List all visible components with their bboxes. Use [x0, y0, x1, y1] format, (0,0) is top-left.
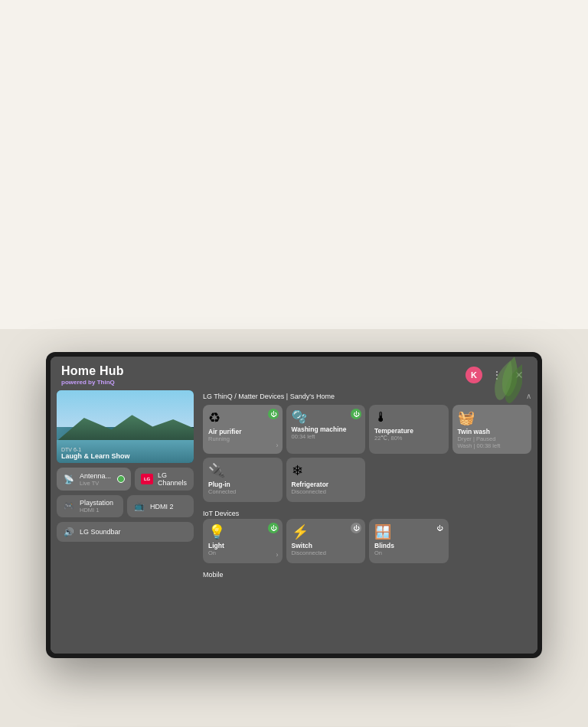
lg-logo: LG: [141, 474, 153, 484]
hub-controls: K ⋮ ✕: [466, 367, 527, 383]
left-panel: DTV 6-1 Laugh & Learn Show 📡 Antenna... …: [51, 390, 200, 650]
air-purifier-name: Air purifier: [208, 428, 277, 435]
plug-in-name: Plug-in: [208, 481, 277, 488]
mobile-section-title: Mobile: [203, 571, 224, 579]
antenna-icon: 📡: [63, 473, 75, 485]
hub-header: Home Hub powered by ThinQ K ⋮ ✕: [51, 357, 537, 390]
soundbar-text: LG Soundbar: [80, 528, 121, 536]
playstation-text: Playstation HDMI 1: [80, 499, 113, 513]
thinq-section-title: LG ThinQ / Matter Devices | Sandy's Home: [203, 393, 335, 400]
refrigerator-icon: ❄: [292, 462, 361, 479]
tv-preview[interactable]: DTV 6-1 Laugh & Learn Show: [57, 390, 194, 463]
lg-channels-icon: LG: [141, 473, 153, 485]
antenna-text: Antenna... Live TV: [80, 472, 111, 487]
more-options-button[interactable]: ⋮: [488, 367, 505, 383]
switch-icon: ⚡: [292, 523, 361, 540]
mobile-section-header: Mobile: [203, 569, 531, 580]
refrigerator-status: Disconnected: [292, 488, 361, 495]
wall-top: [0, 0, 588, 329]
washing-machine-icon: 🫧: [292, 409, 361, 424]
iot-section-title: IoT Devices: [203, 510, 239, 517]
source-hdmi2[interactable]: 📺 HDMI 2: [127, 495, 194, 517]
device-twin-wash[interactable]: 🧺 Twin wash Dryer | Paused Wash | 00:38 …: [452, 405, 532, 454]
source-playstation[interactable]: 🎮 Playstation HDMI 1: [57, 495, 123, 517]
air-purifier-arrow: ›: [276, 442, 279, 449]
device-temperature[interactable]: 🌡 Temperature 22℃, 80%: [369, 405, 449, 454]
device-refrigerator[interactable]: ❄ Refrigerator Disconnected: [286, 458, 366, 502]
hdmi2-name: HDMI 2: [150, 503, 174, 510]
lg-channels-text: LG Channels: [158, 471, 188, 487]
hdmi2-text: HDMI 2: [150, 503, 174, 510]
close-button[interactable]: ✕: [511, 367, 527, 383]
plug-in-status: Connected: [208, 488, 277, 495]
tv-frame: Home Hub powered by ThinQ K ⋮ ✕: [46, 352, 542, 658]
hub-title: Home Hub: [61, 364, 124, 378]
blinds-status: On: [374, 549, 443, 556]
subtitle-brand: ThinQ: [97, 379, 115, 386]
playstation-icon: 🎮: [63, 500, 75, 513]
temperature-status: 22℃, 80%: [374, 435, 443, 442]
light-icon: 💡: [208, 523, 277, 540]
user-avatar[interactable]: K: [466, 367, 482, 383]
temperature-name: Temperature: [374, 427, 443, 435]
air-purifier-power[interactable]: ⏻: [268, 409, 279, 419]
refrigerator-name: Refrigerator: [292, 481, 361, 488]
light-status: On: [208, 549, 277, 556]
playstation-sub: HDMI 1: [80, 507, 113, 513]
right-panel: LG ThinQ / Matter Devices | Sandy's Home…: [200, 390, 537, 650]
blinds-power[interactable]: ⏻: [434, 523, 445, 533]
device-air-purifier[interactable]: ⏻ ♻ Air purifier Running ›: [203, 405, 283, 454]
iot-section: IoT Devices ⏻ 💡 Light On ›: [203, 508, 531, 563]
mobile-section: Mobile: [203, 569, 531, 580]
source-lg-soundbar[interactable]: 🔊 LG Soundbar: [57, 522, 194, 542]
light-power[interactable]: ⏻: [268, 523, 279, 533]
antenna-active-badge: [117, 475, 125, 483]
antenna-name: Antenna...: [80, 472, 111, 480]
hub-subtitle: powered by ThinQ: [61, 379, 124, 386]
soundbar-name: LG Soundbar: [80, 528, 121, 536]
subtitle-prefix: powered by: [61, 379, 95, 386]
hub-title-area: Home Hub powered by ThinQ: [61, 364, 124, 386]
washing-machine-name: Washing machine: [292, 425, 361, 433]
light-name: Light: [208, 542, 277, 549]
blinds-icon: 🪟: [374, 523, 443, 540]
device-washing-machine[interactable]: ⏻ 🫧 Washing machine 00:34 left: [286, 405, 366, 454]
lg-channels-name: LG Channels: [158, 471, 188, 487]
source-lg-channels[interactable]: LG LG Channels: [135, 468, 194, 491]
tv-preview-label: DTV 6-1 Laugh & Learn Show: [61, 447, 130, 460]
plug-in-icon: 🔌: [208, 462, 277, 479]
switch-name: Switch: [292, 542, 361, 549]
twin-wash-status2: Wash | 00:38 left: [458, 442, 527, 449]
device-light[interactable]: ⏻ 💡 Light On ›: [203, 519, 283, 563]
playstation-name: Playstation: [80, 499, 113, 507]
tv-channel: DTV 6-1: [61, 447, 130, 452]
air-purifier-status: Running: [208, 435, 277, 442]
iot-device-grid: ⏻ 💡 Light On › ⏻ ⚡ Switch: [203, 519, 531, 563]
device-blinds[interactable]: ⏻ 🪟 Blinds On: [369, 519, 449, 563]
air-purifier-icon: ♻: [208, 409, 277, 426]
soundbar-icon: 🔊: [63, 526, 75, 538]
antenna-sub: Live TV: [80, 480, 111, 487]
temperature-icon: 🌡: [374, 409, 443, 425]
top-sources-row: 📡 Antenna... Live TV LG: [57, 468, 194, 491]
thinq-device-grid: ⏻ ♻ Air purifier Running › ⏻ 🫧 Washing m…: [203, 405, 531, 502]
blinds-name: Blinds: [374, 542, 443, 549]
thinq-collapse-icon[interactable]: ∧: [526, 392, 531, 400]
twin-wash-name: Twin wash: [458, 428, 527, 435]
washing-machine-status: 00:34 left: [292, 433, 361, 440]
thinq-section-header: LG ThinQ / Matter Devices | Sandy's Home…: [203, 390, 531, 402]
middle-sources-row: 🎮 Playstation HDMI 1 📺 HDMI 2: [57, 495, 194, 517]
twin-wash-status: Dryer | Paused: [458, 435, 527, 442]
source-antenna[interactable]: 📡 Antenna... Live TV: [57, 468, 131, 491]
tv-screen: Home Hub powered by ThinQ K ⋮ ✕: [51, 357, 537, 654]
light-arrow: ›: [276, 551, 279, 559]
iot-section-header: IoT Devices: [203, 508, 531, 519]
home-hub-overlay: Home Hub powered by ThinQ K ⋮ ✕: [51, 357, 537, 654]
switch-status: Disconnected: [292, 549, 361, 556]
device-plug-in[interactable]: 🔌 Plug-in Connected: [203, 458, 283, 502]
tv-show: Laugh & Learn Show: [61, 452, 130, 460]
switch-power[interactable]: ⏻: [351, 523, 361, 533]
device-switch[interactable]: ⏻ ⚡ Switch Disconnected: [286, 519, 366, 563]
twin-wash-icon: 🧺: [458, 409, 527, 426]
washing-machine-power[interactable]: ⏻: [351, 409, 361, 419]
